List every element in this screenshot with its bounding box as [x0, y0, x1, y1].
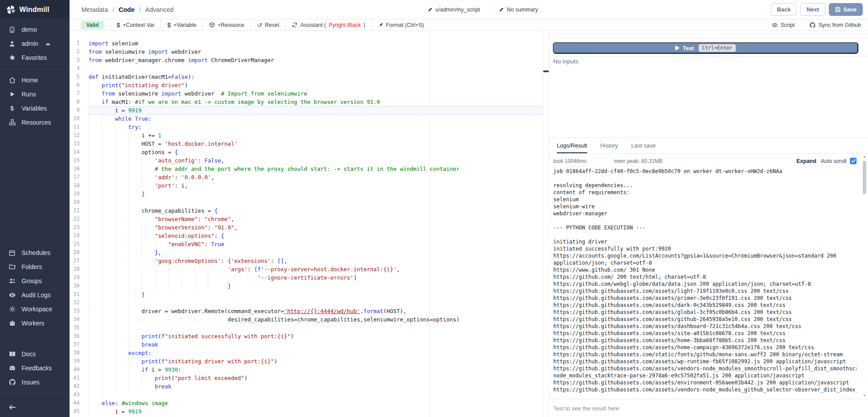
code-line[interactable]: 34 desired_capabilities=chrome_capabilit…: [70, 315, 543, 324]
code-line[interactable]: 6 print("initiating driver"): [70, 81, 543, 89]
code-line[interactable]: 7 from seleniumwire import webdriver # I…: [70, 89, 543, 98]
code-line[interactable]: 18 'port': i,: [70, 181, 543, 190]
autoscroll-checkbox[interactable]: [850, 158, 857, 164]
code-line[interactable]: 40 if i > 9930:: [70, 365, 543, 374]
code-line[interactable]: 24 "selenoid:options": {: [70, 232, 543, 240]
code-line[interactable]: 3from webdriver_manager.chrome import Ch…: [70, 56, 543, 64]
code-line[interactable]: 23 "browserVersion": "91.0",: [70, 223, 543, 232]
summary-edit[interactable]: No summary: [499, 7, 538, 13]
code-line[interactable]: 2from seleniumwire import webdriver: [70, 48, 543, 56]
sidebar-item-variables[interactable]: $ Variables: [0, 101, 70, 115]
code-line[interactable]: 17 'addr': '0.0.0.0',: [70, 173, 543, 181]
sidebar-item-runs[interactable]: Runs: [0, 87, 70, 101]
scrollbar-thumb[interactable]: [863, 161, 866, 194]
code-line[interactable]: 27 'goog:chromeOptions': {'extensions': …: [70, 257, 543, 265]
pane-splitter[interactable]: [543, 31, 549, 417]
code-line[interactable]: 8 if macM1: #if we are on mac m1 -> cust…: [70, 98, 543, 106]
code-line[interactable]: 12 i += 1: [70, 131, 543, 140]
sidebar-item-resources[interactable]: Resources: [0, 115, 70, 129]
code-line[interactable]: 29 '--ignore-certificate-errors']: [70, 273, 543, 282]
code-line[interactable]: 25 "enableVNC": True: [70, 240, 543, 248]
code-line[interactable]: 44 else: #windows image: [70, 399, 543, 407]
code-line[interactable]: 15 'auto_config': False,: [70, 156, 543, 165]
tab-last-save[interactable]: Last save: [631, 142, 656, 153]
add-context-var-button[interactable]: $ +Context Var: [117, 22, 154, 29]
code-line[interactable]: 41 print("port limit exceeded"): [70, 374, 543, 382]
code-line[interactable]: 42 break: [70, 382, 543, 391]
tab-history[interactable]: History: [600, 142, 618, 153]
code-line[interactable]: 13 HOST = 'host.docker.internal': [70, 140, 543, 148]
code-line[interactable]: 43: [70, 391, 543, 399]
expand-button[interactable]: Expand: [796, 158, 816, 164]
code-line[interactable]: 28 'args': [f'--proxy-server=host.docker…: [70, 265, 543, 273]
sidebar-item-feedbacks[interactable]: Feedbacks: [0, 361, 70, 375]
script-path-edit[interactable]: u/admin/my_script: [428, 7, 480, 13]
code-line[interactable]: 45 i = 9919: [70, 407, 543, 416]
save-label: Save: [843, 6, 857, 13]
tab-logs-result[interactable]: Logs/Result: [557, 142, 587, 153]
next-button[interactable]: Next: [800, 3, 825, 16]
code-line[interactable]: 9 i = 9919: [70, 106, 543, 114]
code-line[interactable]: 21 chrome_capabilities = {: [70, 207, 543, 215]
line-number: 25: [70, 240, 80, 248]
assistant-button[interactable]: Assistant (Pyright Black): [292, 22, 365, 28]
splitter-drag-handle[interactable]: [543, 70, 549, 72]
sidebar-home-label: Home: [22, 77, 38, 84]
code-line[interactable]: 16 # the addr and the port where the pro…: [70, 165, 543, 173]
test-button[interactable]: Test Ctrl+Enter: [553, 42, 858, 54]
sidebar-item-audit-logs[interactable]: Audit Logs: [0, 288, 70, 302]
gear-icon: [8, 306, 16, 313]
code-line[interactable]: 22 "browserName": "chrome",: [70, 215, 543, 223]
sidebar-item-groups[interactable]: Groups: [0, 274, 70, 288]
save-button[interactable]: Save: [829, 3, 863, 16]
sidebar-item-favorites[interactable]: Favorites: [0, 51, 70, 65]
reset-button[interactable]: ↺ Reset: [257, 22, 279, 28]
code-line[interactable]: 33 driver = webdriver.Remote(command_exe…: [70, 307, 543, 315]
sidebar-item-workspace-demo[interactable]: demo: [0, 22, 70, 37]
script-preview-button[interactable]: Script: [772, 22, 794, 28]
format-label: Format (Ctrl+S): [386, 22, 424, 28]
app-logo[interactable]: Windmill: [0, 0, 70, 19]
scroll-down-arrow[interactable]: ▼: [862, 394, 867, 398]
add-variable-button[interactable]: $ +Variable: [167, 22, 196, 29]
add-resource-button[interactable]: +Resource: [209, 22, 244, 28]
sidebar-item-issues[interactable]: Issues: [0, 375, 70, 389]
tab-advanced[interactable]: Advanced: [145, 6, 174, 13]
user-label: admin: [22, 40, 38, 47]
format-button[interactable]: Format (Ctrl+S): [378, 22, 424, 28]
code-line[interactable]: 31 }: [70, 290, 543, 299]
back-button[interactable]: Back: [771, 3, 797, 16]
code-line[interactable]: 5def initiateDriver(macM1=False):: [70, 73, 543, 81]
code-line[interactable]: 19 }: [70, 190, 543, 198]
scroll-up-arrow[interactable]: ▲: [862, 155, 867, 159]
sidebar-item-workers[interactable]: Workers: [0, 316, 70, 330]
code-line[interactable]: 38 except:: [70, 349, 543, 357]
code-editor[interactable]: 1import selenium2from seleniumwire impor…: [70, 31, 543, 417]
code-line[interactable]: 26 },: [70, 248, 543, 257]
sidebar-item-docs[interactable]: Docs: [0, 347, 70, 361]
code-line[interactable]: 32: [70, 299, 543, 307]
line-number: 2: [70, 48, 80, 56]
tab-code[interactable]: Code: [119, 6, 135, 13]
sidebar-item-workspace-settings[interactable]: Workspace: [0, 302, 70, 316]
code-line[interactable]: 1import selenium: [70, 39, 543, 48]
code-line[interactable]: 35: [70, 324, 543, 332]
code-line[interactable]: 14 options = {: [70, 148, 543, 156]
sidebar-collapse-button[interactable]: [0, 398, 70, 417]
code-line[interactable]: 30 }: [70, 282, 543, 290]
code-line[interactable]: 11 try:: [70, 123, 543, 131]
sidebar-item-home[interactable]: Home: [0, 73, 70, 87]
code-line[interactable]: 39 print(f"initiating driver with port:{…: [70, 357, 543, 365]
code-line[interactable]: 36 print(f"initiated successfully with p…: [70, 332, 543, 340]
sidebar-item-schedules[interactable]: Schedules: [0, 246, 70, 260]
sync-from-github-button[interactable]: Sync from Github: [809, 22, 861, 28]
code-line[interactable]: 37 break: [70, 340, 543, 349]
log-output[interactable]: job 01864aff-22dd-cf40-f0c5-0ec8e9b50c70…: [553, 168, 857, 399]
tab-metadata[interactable]: Metadata: [81, 6, 108, 13]
code-line[interactable]: 20: [70, 198, 543, 207]
code-line[interactable]: 10 while True:: [70, 114, 543, 123]
dollar-icon: $: [167, 22, 171, 29]
sidebar-item-folders[interactable]: Folders: [0, 260, 70, 274]
sidebar-item-user-admin[interactable]: admin: [0, 37, 70, 51]
code-line[interactable]: 4: [70, 64, 543, 73]
